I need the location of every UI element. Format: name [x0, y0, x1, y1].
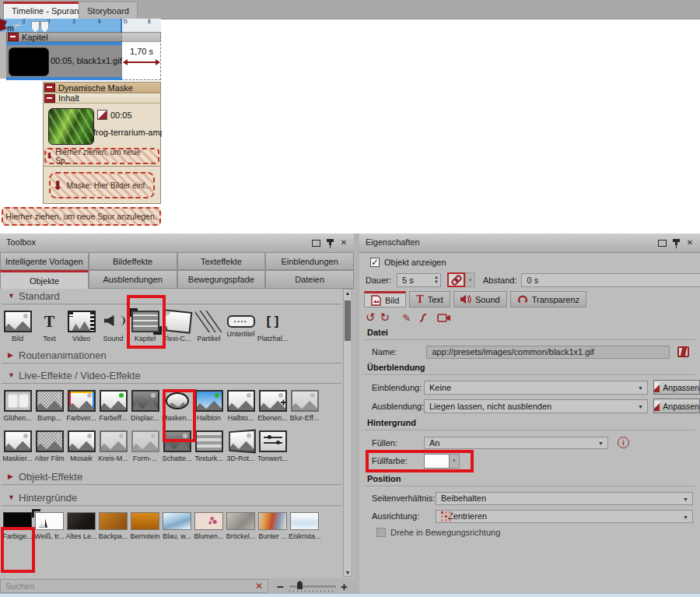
section-standard[interactable]: ▼ Standard [0, 289, 343, 303]
tab-bild[interactable]: Bild [364, 291, 406, 307]
dropzone-new-track[interactable]: ⬇ Hierher ziehen, um neue Sp... [44, 148, 159, 164]
tab-bewegungspfade[interactable]: Bewegungspfade [177, 270, 266, 289]
collapse-minus-icon[interactable] [8, 33, 19, 41]
zoom-out-icon[interactable]: − [277, 580, 284, 593]
dropzone-mask-images[interactable]: ⬇ Maske: Hier Bilder einf... [49, 172, 155, 198]
toolbox-item-maskierung[interactable]: Maskier... [2, 427, 33, 462]
zoom-slider-track[interactable] [289, 585, 336, 588]
toolbox-item-weiss-transparent[interactable]: Weiß, tr... [33, 509, 65, 540]
toolbox-item-3d-rotation[interactable]: 3D-Rot... [225, 427, 257, 462]
collapse-minus-icon[interactable] [44, 94, 55, 103]
ausblendung-anpassen-button[interactable]: Anpassen [653, 399, 700, 413]
rotate-cw-icon[interactable]: ↻ [380, 311, 390, 325]
toolbox-item-video[interactable]: Video [65, 307, 97, 342]
scrollbar-thumb[interactable] [345, 300, 351, 341]
maximize-icon[interactable] [656, 237, 667, 248]
einblendung-anpassen-button[interactable]: Anpassen [653, 380, 700, 395]
abstand-field[interactable]: 0 s ▲▼ [521, 273, 700, 287]
link-dropdown-icon[interactable]: ▼ [465, 272, 475, 287]
tab-transparenz[interactable]: Transparenz [510, 291, 586, 307]
toolbox-item-farbverschiebung[interactable]: Farbver... [65, 387, 97, 422]
toolbox-item-masken[interactable]: Masken... [161, 387, 193, 422]
toolbox-item-bernstein[interactable]: Bernstein [129, 509, 161, 540]
toolbox-item-tonwert[interactable]: Tonwert... [257, 427, 289, 462]
search-input[interactable] [0, 579, 268, 593]
drehe-checkbox[interactable] [376, 528, 386, 537]
section-routenanimationen[interactable]: ▶ Routenanimationen [0, 348, 343, 362]
info-icon[interactable]: i [618, 437, 629, 448]
tab-intelligente-vorlagen[interactable]: Intelligente Vorlagen [0, 252, 89, 270]
section-objekt-effekte[interactable]: ▶ Objekt-Effekte [0, 469, 343, 483]
toolbox-item-farbeffekte[interactable]: Farbeff... [97, 387, 129, 422]
ausblendung-select[interactable]: Liegen lassen, nicht ausblenden ▼ [424, 399, 648, 413]
tab-texteffekte[interactable]: Texteffekte [177, 252, 266, 270]
toolbox-item-gluehen[interactable]: Glühen... [2, 387, 33, 422]
name-input[interactable] [426, 346, 670, 359]
fill-color-swatch[interactable] [424, 454, 450, 469]
toolbox-item-altes-leder[interactable]: Altes Le... [65, 509, 97, 540]
toolbox-item-untertitel[interactable]: ···· Untertitel [225, 307, 257, 342]
tab-dateien[interactable]: Dateien [265, 270, 354, 289]
scroll-down-icon[interactable]: ▼ [344, 570, 352, 575]
toolbox-item-kreis-maske[interactable]: Kreis-M... [97, 427, 129, 462]
toolbox-item-schatten[interactable]: Schatte... [161, 427, 193, 462]
toolbox-item-blumen[interactable]: Blumen... [193, 509, 225, 540]
link-duration-button[interactable] [447, 272, 465, 287]
fuellen-select[interactable]: An ▼ [424, 437, 608, 449]
fill-color-dropdown-icon[interactable]: ▼ [450, 454, 460, 469]
tab-storyboard[interactable]: Storyboard [79, 2, 138, 19]
timeline-ruler[interactable]: 1 2 3 4 5 6 [0, 19, 161, 32]
rotate-ccw-icon[interactable]: ↺ [366, 311, 376, 325]
dauer-field[interactable]: 5 s ▲▼ [397, 273, 441, 287]
camera-icon[interactable] [437, 313, 451, 323]
toolbox-item-bump[interactable]: Bump... [33, 387, 65, 422]
toolbox-item-partikel[interactable]: Partikel [193, 307, 225, 342]
toolbox-item-ebenen[interactable]: + Ebenen... [257, 387, 289, 422]
clear-search-icon[interactable]: ✕ [255, 581, 263, 592]
toolbox-item-blau-weiss[interactable]: Blau, w... [161, 509, 193, 540]
seitenverhaeltnis-select[interactable]: Beibehalten ▼ [436, 492, 693, 505]
edit-pencil-icon[interactable]: ✎ [402, 312, 411, 324]
tab-objekte[interactable]: Objekte [0, 270, 89, 289]
tab-text[interactable]: T Text [409, 291, 450, 307]
section-hintergruende[interactable]: ▼ Hintergründe [0, 490, 343, 504]
folder-browse-icon[interactable] [677, 346, 689, 357]
toolbox-item-text[interactable]: T Text [33, 307, 65, 342]
toolbox-item-texturkacheln[interactable]: Texturk... [193, 427, 225, 462]
zoom-in-icon[interactable]: + [341, 580, 348, 593]
toolbox-item-platzhalter[interactable]: [ ] Platzhal... [257, 307, 289, 342]
toolbox-item-mosaik[interactable]: Mosaik [65, 427, 97, 462]
panel-divider[interactable] [354, 234, 359, 597]
scroll-up-icon[interactable]: ▲ [344, 290, 352, 296]
close-icon[interactable]: ✕ [338, 237, 349, 248]
collapse-minus-icon[interactable] [44, 83, 55, 92]
toolbox-item-halbton2[interactable]: Halbto... [225, 387, 257, 422]
mask-track-header[interactable]: Dynamische Maske [44, 83, 160, 93]
toolbox-item-sound[interactable]: Sound [97, 307, 129, 342]
tab-ausblendungen[interactable]: Ausblendungen [89, 270, 177, 289]
dropzone-new-track-bottom[interactable]: Hierher ziehen, um neue Spur anzulegen. [2, 207, 161, 226]
toolbox-item-broeckelputz[interactable]: Bröckel... [225, 509, 257, 540]
inhalt-track-header[interactable]: Inhalt [44, 93, 160, 104]
toolbox-item-backpapier[interactable]: Backpa... [97, 509, 129, 540]
toolbox-scrollbar[interactable]: ▲ ▼ [343, 289, 352, 577]
motion-path-icon[interactable] [418, 312, 429, 323]
toolbox-item-alter-film[interactable]: Alter Film [33, 427, 65, 462]
clip-thumbnail-frog[interactable] [48, 108, 94, 145]
timeline-clip-black1x1[interactable]: 00:05, black1x1.gif [6, 42, 122, 80]
tab-bildeffekte[interactable]: Bildeffekte [89, 252, 177, 270]
toolbox-item-farbiger-hintergrund[interactable]: Farbige... [2, 509, 33, 540]
show-object-checkbox[interactable] [370, 258, 380, 267]
toolbox-item-bild[interactable]: Bild [2, 307, 33, 342]
tab-einblendungen[interactable]: Einblendungen [265, 252, 354, 270]
toolbox-item-form[interactable]: Form-... [129, 427, 161, 462]
ausrichtung-select[interactable]: Zentrieren ▼ [436, 510, 693, 523]
spinner-arrows-icon[interactable]: ▲▼ [434, 275, 439, 284]
zoom-slider-handle[interactable] [297, 581, 303, 589]
pin-icon[interactable] [670, 237, 681, 248]
tab-sound[interactable]: Sound [453, 291, 507, 307]
toolbox-item-flexi-collage[interactable]: Flexi-C... [161, 307, 193, 342]
toolbox-item-halbton[interactable]: Halbton [193, 387, 225, 422]
close-icon[interactable]: ✕ [684, 237, 695, 248]
maximize-icon[interactable] [310, 237, 321, 248]
